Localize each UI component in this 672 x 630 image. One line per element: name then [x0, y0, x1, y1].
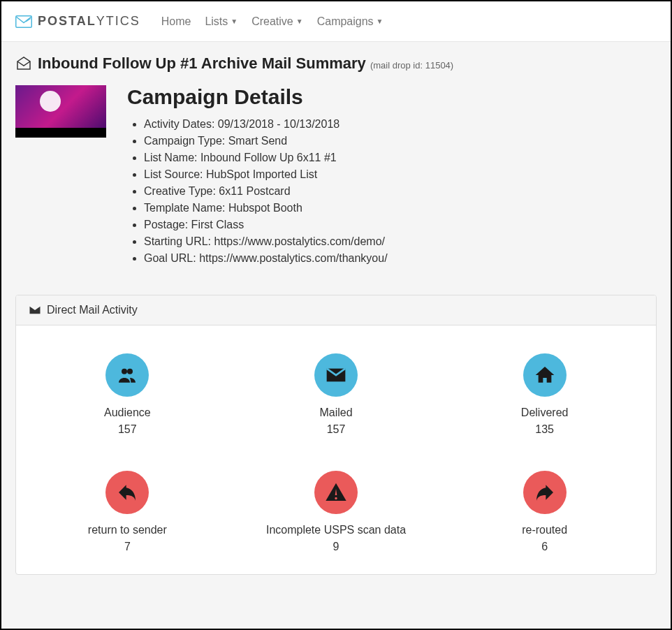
stat-value: 7: [30, 541, 225, 553]
detail-item: Starting URL: https://www.postalytics.co…: [144, 233, 388, 250]
svg-rect-0: [16, 15, 32, 27]
home-icon: [523, 353, 567, 397]
navbar: POSTALYTICS Home Lists▼ Creative▼ Campai…: [1, 1, 671, 42]
stat-envelope[interactable]: Mailed157: [239, 353, 434, 436]
page-title-row: Inbound Follow Up #1 Archive Mail Summar…: [15, 54, 657, 73]
detail-item: Creative Type: 6x11 Postcard: [144, 183, 388, 200]
stat-label: Mailed: [239, 406, 434, 419]
nav-links: Home Lists▼ Creative▼ Campaigns▼: [161, 15, 384, 28]
stat-value: 157: [30, 423, 225, 436]
chevron-down-icon: ▼: [377, 17, 384, 25]
panel-header: Direct Mail Activity: [16, 295, 656, 325]
chevron-down-icon: ▼: [296, 17, 303, 25]
stat-label: re-routed: [447, 524, 642, 536]
stat-warning[interactable]: Incomplete USPS scan data9: [239, 471, 434, 553]
activity-panel: Direct Mail Activity Audience157Mailed15…: [15, 295, 657, 575]
detail-item: List Name: Inbound Follow Up 6x11 #1: [144, 149, 388, 166]
nav-lists[interactable]: Lists▼: [205, 15, 238, 28]
stat-label: Audience: [30, 406, 225, 419]
reply-icon: [105, 471, 149, 514]
details-heading: Campaign Details: [127, 85, 388, 109]
detail-item: Campaign Type: Smart Send: [144, 133, 388, 149]
detail-item: Postage: First Class: [144, 217, 388, 233]
detail-item: Activity Dates: 09/13/2018 - 10/13/2018: [144, 116, 388, 133]
stat-value: 6: [447, 541, 642, 553]
stat-label: Delivered: [447, 406, 642, 419]
logo-text: POSTALYTICS: [38, 14, 140, 29]
envelope-open-icon: [15, 55, 32, 72]
stat-home[interactable]: Delivered135: [447, 353, 642, 436]
page-title: Inbound Follow Up #1 Archive Mail Summar…: [38, 54, 453, 73]
nav-creative[interactable]: Creative▼: [251, 15, 302, 28]
stat-share[interactable]: re-routed6: [447, 471, 642, 553]
detail-item: List Source: HubSpot Imported List: [144, 166, 388, 183]
stat-users[interactable]: Audience157: [30, 353, 225, 436]
warning-icon: [314, 471, 358, 514]
details-list: Activity Dates: 09/13/2018 - 10/13/2018 …: [127, 116, 388, 267]
users-icon: [105, 353, 149, 397]
detail-item: Template Name: Hubspot Booth: [144, 200, 388, 217]
envelope-icon: [29, 304, 41, 316]
stat-label: Incomplete USPS scan data: [239, 524, 434, 536]
stat-value: 9: [239, 541, 434, 553]
panel-title: Direct Mail Activity: [47, 304, 138, 316]
logo[interactable]: POSTALYTICS: [15, 13, 140, 30]
page-subtitle: (mail drop id: 11504): [370, 60, 453, 71]
creative-thumbnail[interactable]: [15, 85, 106, 138]
stat-value: 135: [447, 423, 642, 436]
stat-value: 157: [239, 423, 434, 436]
envelope-icon: [314, 353, 358, 397]
detail-item: Goal URL: https://www.postalytics.com/th…: [144, 250, 388, 267]
nav-campaigns[interactable]: Campaigns▼: [317, 15, 384, 28]
stats-grid: Audience157Mailed157Delivered135return t…: [16, 325, 656, 574]
share-icon: [523, 471, 567, 514]
stat-label: return to sender: [30, 524, 225, 536]
stat-reply[interactable]: return to sender7: [30, 471, 225, 553]
nav-home[interactable]: Home: [161, 15, 191, 28]
chevron-down-icon: ▼: [231, 17, 238, 25]
logo-envelope-icon: [15, 13, 32, 30]
